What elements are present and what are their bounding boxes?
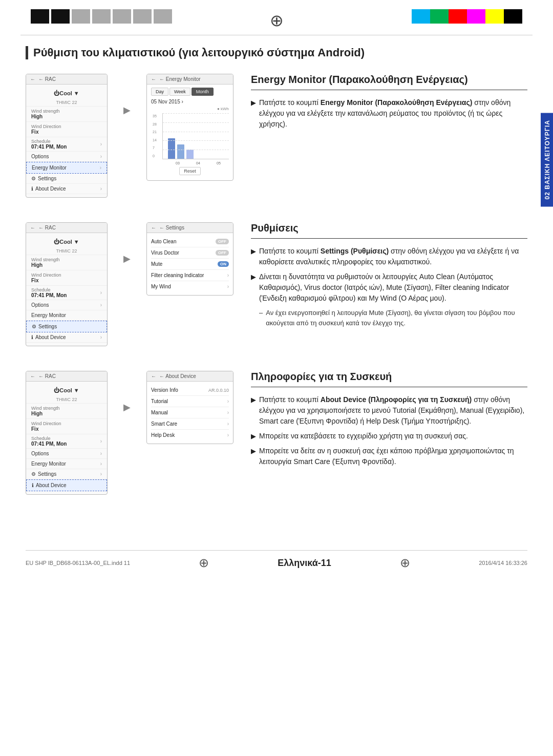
schedule-row-2: Schedule 07:41 PM, Mon › — [26, 286, 107, 300]
main-heading: Ρύθμιση του κλιματιστικού (για λειτουργι… — [26, 46, 527, 59]
section1-bullet1: ▶ Πατήστε το κουμπί Energy Monitor (Παρα… — [251, 97, 527, 130]
color-bar-magenta — [467, 9, 485, 24]
about-icon-3: ℹ — [32, 482, 34, 488]
power-icon-2: ⏻ — [54, 239, 59, 245]
wind-direction-label-3: Wind Direction — [31, 421, 61, 426]
footer: EU SHP IB_DB68-06113A-00_EL.indd 11 ⊕ Ελ… — [26, 550, 527, 575]
tab-week[interactable]: Week — [169, 88, 190, 96]
chart-wrapper: 35 28 21 14 7 0 — [162, 113, 229, 165]
filter-arrow[interactable]: › — [227, 272, 229, 278]
chart-xlabel-row: 03 04 05 — [167, 161, 229, 165]
helpdesk-label: Help Desk — [151, 432, 175, 438]
top-rule — [20, 35, 533, 35]
wind-strength-label-3: Wind strength — [31, 406, 60, 411]
phone-header-label-1: ← RAC — [38, 76, 56, 82]
schedule-label-3: Schedule — [31, 436, 67, 441]
options-row-1: Options › — [26, 152, 107, 162]
phone-header-3: ← ← RAC — [26, 371, 107, 382]
chart-reset-btn[interactable]: Reset — [179, 167, 201, 175]
settings-row-phone-3: ⚙ Settings › — [26, 469, 107, 479]
chart-yaxis: 35 28 21 14 7 0 — [153, 113, 157, 159]
mute-toggle[interactable]: ON — [218, 261, 229, 267]
arrow-to-panel-1 — [120, 104, 134, 116]
options-arrow-2: › — [100, 302, 102, 308]
energy-panel-body: Day Week Month 05 Nov 2015 › ● kWh 35 28… — [147, 85, 233, 180]
color-bar-yellow — [485, 9, 504, 24]
gray-sq-3 — [113, 9, 131, 24]
auto-clean-toggle[interactable]: OFF — [216, 239, 229, 244]
section1-desc: Energy Monitor (Παρακολούθηση Ενέργειας)… — [246, 74, 527, 134]
schedule-row-3: Schedule 07:41 PM, Mon › — [26, 434, 107, 449]
color-bar-black — [504, 9, 522, 24]
tutorial-row[interactable]: Tutorial › — [151, 396, 229, 407]
footer-page: Ελληνικά-11 — [278, 558, 331, 569]
helpdesk-row[interactable]: Help Desk › — [151, 430, 229, 440]
settings-label-3: Settings — [38, 471, 100, 477]
section1-title: Energy Monitor (Παρακολούθηση Ενέργειας) — [251, 74, 527, 90]
virus-doctor-label: Virus Doctor — [151, 250, 179, 256]
temp-label-3: ΤHΜΙС 22 — [56, 397, 77, 402]
mywind-arrow[interactable]: › — [227, 284, 229, 289]
about-row-phone-1: ℹ About Device › — [26, 184, 107, 194]
settings-row-phone-1: ⚙ Settings — [26, 174, 107, 184]
y-14: 14 — [153, 138, 157, 142]
options-arrow-3: › — [100, 451, 102, 456]
about-back-arrow: ← — [151, 373, 156, 379]
color-bar-green — [430, 9, 449, 24]
energy-monitor-row-1[interactable]: Energy Monitor › — [26, 162, 107, 174]
wind-direction-label-1: Wind Direction — [31, 124, 61, 129]
section-settings: ← ← RAC ⏻ Cool ▼ ΤHΜΙС 22 Wind strength … — [26, 222, 527, 346]
temp-label-2: ΤHΜΙС 22 — [56, 248, 77, 254]
schedule-value-2: 07:41 PM, Mon — [31, 292, 67, 298]
schedule-value-3: 07:41 PM, Mon — [31, 441, 67, 447]
tab-month[interactable]: Month — [192, 88, 214, 96]
settings-panel-title: ← Settings — [159, 225, 184, 230]
cool-label-3: Cool ▼ — [59, 387, 79, 393]
about-panel: ← ← About Device Version Info AR.0.0.10 … — [146, 371, 233, 444]
tab-day[interactable]: Day — [151, 88, 168, 96]
options-label-3: Options — [31, 451, 49, 456]
schedule-row-1: Schedule 07:41 PM, Mon › — [26, 137, 107, 152]
settings-row-phone-2[interactable]: ⚙ Settings — [26, 321, 107, 332]
about-arrow-1: › — [100, 186, 102, 192]
filter-label: Filter cleaning Indicator — [151, 272, 204, 278]
section3-title: Πληροφορίες για τη Συσκευή — [251, 371, 527, 387]
hline-5 — [163, 113, 229, 114]
wind-strength-label-1: Wind strength — [31, 109, 60, 114]
options-row-3: Options › — [26, 449, 107, 459]
temp-row-2: ΤHΜΙС 22 — [26, 247, 107, 255]
settings-back-arrow: ← — [151, 225, 156, 230]
section2-bullet1: ▶ Πατήστε το κουμπί Settings (Ρυθμίσεις)… — [251, 246, 527, 267]
main-content: Ρύθμιση του κλιματιστικού (για λειτουργι… — [0, 46, 553, 540]
schedule-label-2: Schedule — [31, 287, 67, 292]
energy-monitor-label-3: Energy Monitor — [31, 461, 66, 467]
energy-panel: ← ← Energy Monitor Day Week Month 05 Nov… — [146, 74, 233, 181]
mute-row: Mute ON — [151, 259, 229, 270]
crosshair-bottom-right: ⊕ — [400, 556, 410, 570]
manual-row[interactable]: Manual › — [151, 407, 229, 418]
wind-direction-value-2: Fix — [31, 278, 61, 283]
helpdesk-arrow: › — [227, 432, 229, 438]
section1-bullet1-text: Πατήστε το κουμπί Energy Monitor (Παρακο… — [259, 97, 527, 130]
temp-row-3: ΤHΜΙС 22 — [26, 396, 107, 404]
section2-sub1: – Αν έχει ενεργοποιηθεί η λειτουργία Mut… — [259, 308, 527, 328]
section-about: ← ← RAC ⏻ Cool ▼ ΤHΜΙС 22 Wind strength … — [26, 371, 527, 495]
about-row-phone-3[interactable]: ℹ About Device — [26, 479, 107, 491]
about-label-1: About Device — [35, 186, 100, 192]
schedule-label-1: Schedule — [31, 139, 67, 144]
energy-panel-header: ← ← Energy Monitor — [147, 74, 233, 85]
phone-cool-2: ⏻ Cool ▼ — [26, 236, 107, 247]
version-value: AR.0.0.10 — [208, 388, 229, 393]
virus-doctor-toggle[interactable]: OFF — [216, 250, 229, 256]
about-arrow-2: › — [100, 334, 102, 340]
smartcare-row[interactable]: Smart Care › — [151, 418, 229, 430]
power-icon-1: ⏻ — [54, 90, 59, 96]
cool-label-1: Cool ▼ — [59, 90, 79, 96]
chart-area: 35 28 21 14 7 0 — [162, 113, 229, 159]
schedule-arrow-3: › — [100, 438, 102, 444]
tutorial-arrow: › — [227, 398, 229, 404]
section3-bullet3-text: Μπορείτε να δείτε αν η συσκευή σας έχει … — [259, 446, 527, 467]
section2-bullet2-text: Δίνεται η δυνατότητα να ρυθμιστούν οι λε… — [259, 271, 527, 304]
chart-kwh: ● kWh — [151, 107, 229, 111]
about-icon-1: ℹ — [31, 186, 33, 192]
